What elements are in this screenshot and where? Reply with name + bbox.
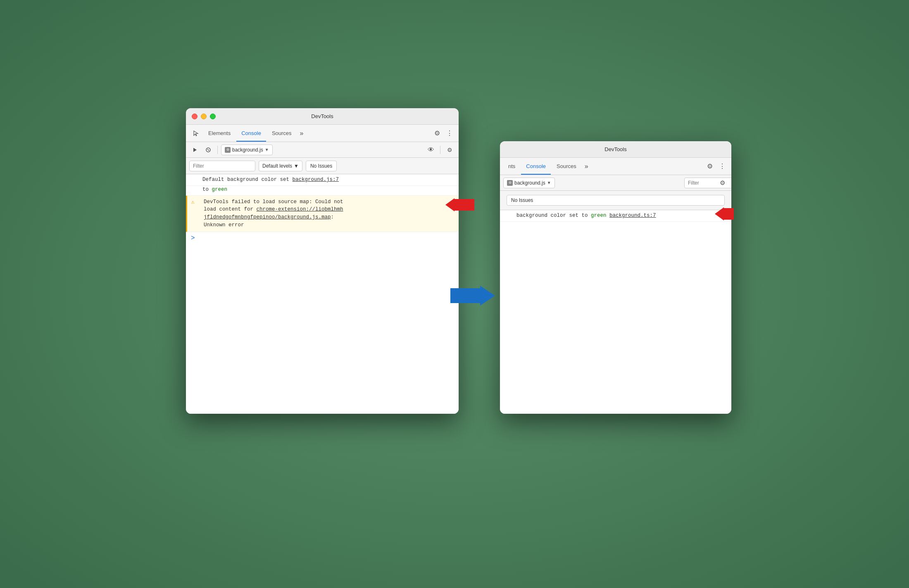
- console-content-right: background color set to green background…: [500, 210, 731, 414]
- settings-icon-left[interactable]: ⚙: [431, 128, 443, 139]
- filter-bar-left: Default levels ▼ No Issues: [186, 158, 459, 174]
- red-arrow-left-tip: [445, 198, 454, 211]
- context-icon-right: ⚙: [507, 180, 513, 186]
- scene: DevTools Elements Console Sources » ⚙ ⋮: [165, 67, 744, 521]
- console-content-left: Default background color set background.…: [186, 174, 459, 414]
- devtools-window-right: DevTools nts Console Sources » ⚙ ⋮ ⚙ bac…: [500, 141, 731, 414]
- tab-more-right[interactable]: »: [582, 163, 591, 170]
- settings-icon-toolbar-left[interactable]: ⚙: [444, 144, 455, 156]
- warning-icon: ⚠: [191, 198, 195, 206]
- tab-sources-left[interactable]: Sources: [267, 127, 297, 140]
- blue-arrow: [450, 286, 495, 306]
- more-options-icon-left[interactable]: ⋮: [444, 128, 455, 139]
- title-bar-right: DevTools: [500, 141, 731, 158]
- filter-input-right-container: [703, 177, 715, 189]
- play-icon[interactable]: [189, 144, 201, 156]
- eye-icon-left[interactable]: 👁: [425, 144, 437, 156]
- red-arrow-left: [445, 198, 474, 211]
- window-title-right: DevTools: [604, 146, 626, 152]
- console-row-1b: to green: [186, 186, 459, 196]
- traffic-lights-left: [192, 114, 216, 119]
- context-icon-left: ⚙: [225, 147, 231, 153]
- toolbar-divider-1: [217, 146, 218, 154]
- context-selector-left[interactable]: ⚙ background.js ▼: [221, 145, 273, 155]
- console-link-1[interactable]: background.js:7: [293, 177, 339, 183]
- title-bar-left: DevTools: [186, 108, 459, 125]
- red-arrow-right: [715, 207, 734, 220]
- svg-marker-0: [193, 148, 197, 152]
- settings-icon-toolbar-right[interactable]: ⚙: [716, 177, 728, 189]
- console-link-warning[interactable]: chrome-extension://liobmlhmh jfldnedgofm…: [204, 206, 343, 220]
- red-arrow-right-body: [724, 208, 734, 220]
- close-button[interactable]: [192, 114, 198, 119]
- svg-line-2: [207, 149, 209, 151]
- tab-nts-right[interactable]: nts: [503, 160, 520, 173]
- issues-button-right[interactable]: No Issues: [507, 195, 725, 206]
- levels-arrow-icon: ▼: [294, 163, 299, 169]
- more-options-icon-right[interactable]: ⋮: [716, 161, 728, 172]
- tab-console-left[interactable]: Console: [236, 127, 266, 140]
- tab-console-right[interactable]: Console: [521, 160, 551, 173]
- filter-input-left[interactable]: [189, 161, 255, 171]
- stop-icon[interactable]: [202, 144, 214, 156]
- console-link-right-1[interactable]: background.ts:7: [609, 213, 656, 218]
- context-dropdown-arrow: ▼: [265, 147, 269, 152]
- cursor-icon[interactable]: [189, 127, 202, 140]
- tab-sources-right[interactable]: Sources: [552, 160, 581, 173]
- minimize-button[interactable]: [201, 114, 207, 119]
- red-arrow-left-body: [454, 199, 474, 211]
- toolbar-divider-2: [440, 146, 440, 154]
- console-row-1: Default background color set background.…: [186, 174, 459, 186]
- tab-bar-right: nts Console Sources » ⚙ ⋮: [500, 158, 731, 175]
- blue-arrow-tip: [480, 286, 495, 306]
- levels-dropdown-left[interactable]: Default levels ▼: [259, 161, 302, 171]
- toolbar-left: ⚙ background.js ▼ 👁 ⚙: [186, 142, 459, 158]
- console-row-right-1: background color set to green background…: [500, 210, 731, 222]
- red-arrow-right-tip: [715, 207, 724, 220]
- devtools-window-left: DevTools Elements Console Sources » ⚙ ⋮: [186, 108, 459, 414]
- blue-arrow-body: [450, 288, 480, 303]
- console-row-warning: ⚠ DevTools failed to load source map: Co…: [186, 196, 459, 232]
- issues-button-left[interactable]: No Issues: [306, 161, 337, 171]
- context-dropdown-arrow-right: ▼: [547, 180, 551, 185]
- settings-icon-right[interactable]: ⚙: [704, 161, 716, 172]
- maximize-button[interactable]: [210, 114, 216, 119]
- tab-bar-left: Elements Console Sources » ⚙ ⋮: [186, 125, 459, 142]
- console-prompt-left[interactable]: >: [186, 232, 459, 244]
- tab-elements-left[interactable]: Elements: [203, 127, 236, 140]
- toolbar-right: ⚙ background.js ▼ 👁 ⚙: [500, 175, 731, 191]
- context-selector-right[interactable]: ⚙ background.js ▼: [503, 178, 555, 188]
- issues-bar-right: No Issues: [500, 191, 731, 210]
- tab-more-left[interactable]: »: [297, 130, 306, 137]
- window-title-left: DevTools: [311, 113, 333, 119]
